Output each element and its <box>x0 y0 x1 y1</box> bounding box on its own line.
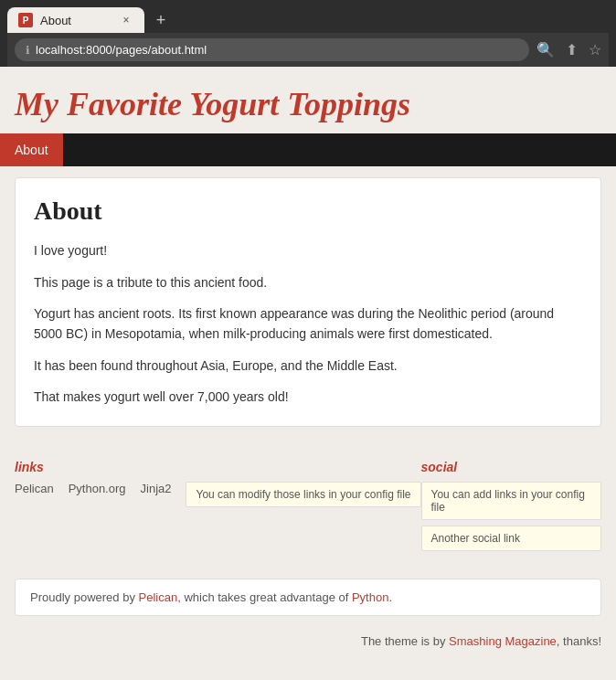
info-icon: ℹ <box>26 44 30 57</box>
footer-link-pelican[interactable]: Pelican <box>15 482 54 495</box>
site-title: My Favorite Yogurt Toppings <box>15 85 601 124</box>
bookmark-icon[interactable]: ☆ <box>589 41 601 58</box>
pelican-link[interactable]: Pelican <box>139 590 178 604</box>
attribution-prefix: The theme is by <box>361 634 449 648</box>
social-column: social You can add links in your config … <box>421 460 601 557</box>
content-para-5: That makes yogurt well over 7,000 years … <box>34 387 582 407</box>
content-para-2: This page is a tribute to this ancient f… <box>34 272 582 292</box>
tab-bar: P About × + <box>7 7 609 33</box>
content-para-3: Yogurt has ancient roots. Its first know… <box>34 303 582 345</box>
social-link-2[interactable]: Another social link <box>421 526 601 551</box>
attribution-suffix: , thanks! <box>557 634 601 648</box>
page-content: My Favorite Yogurt Toppings About About … <box>0 67 616 659</box>
links-column: links Pelican Python.org Jinja2 You can … <box>15 460 421 557</box>
site-header: My Favorite Yogurt Toppings <box>0 67 616 133</box>
svg-text:P: P <box>23 16 29 26</box>
search-icon[interactable]: 🔍 <box>536 41 555 58</box>
tab-title: About <box>40 14 112 27</box>
url-container[interactable]: ℹ localhost:8000/pages/about.html <box>15 38 529 61</box>
tab-close-button[interactable]: × <box>119 13 133 27</box>
footer-links-row: Pelican Python.org Jinja2 You can modify… <box>15 482 421 507</box>
address-actions: 🔍 ⬆ ☆ <box>536 41 601 58</box>
main-content: About I love yogurt! This page is a trib… <box>0 166 616 452</box>
content-card: About I love yogurt! This page is a trib… <box>15 177 601 426</box>
content-para-4: It has been found throughout Asia, Europ… <box>34 356 582 376</box>
footer-link-pythonorg[interactable]: Python.org <box>69 482 126 495</box>
python-link[interactable]: Python <box>352 590 388 604</box>
address-bar: ℹ localhost:8000/pages/about.html 🔍 ⬆ ☆ <box>7 33 609 67</box>
active-tab[interactable]: P About × <box>7 7 144 33</box>
social-link-1[interactable]: You can add links in your config file <box>421 482 601 520</box>
powered-by-prefix: Proudly powered by <box>30 590 139 604</box>
powered-by-middle: , which takes great advantage of <box>177 590 352 604</box>
links-section-title: links <box>15 460 421 474</box>
nav-bar: About <box>0 133 616 166</box>
social-section-title: social <box>421 460 601 474</box>
content-para-1: I love yogurt! <box>34 240 582 260</box>
footer-links-tooltip: You can modify those links in your confi… <box>186 482 420 507</box>
browser-chrome: P About × + ℹ localhost:8000/pages/about… <box>0 0 616 67</box>
powered-by-suffix: . <box>388 590 392 604</box>
attribution: The theme is by Smashing Magazine, thank… <box>0 623 616 659</box>
share-icon[interactable]: ⬆ <box>566 41 578 58</box>
bottom-footer: Proudly powered by Pelican, which takes … <box>15 579 601 616</box>
new-tab-button[interactable]: + <box>148 7 174 33</box>
content-heading: About <box>34 197 582 226</box>
nav-item-about[interactable]: About <box>0 133 63 166</box>
tab-favicon: P <box>18 13 33 27</box>
smashing-magazine-link[interactable]: Smashing Magazine <box>449 634 557 648</box>
url-text: localhost:8000/pages/about.html <box>36 43 518 57</box>
footer-links: links Pelican Python.org Jinja2 You can … <box>0 452 616 571</box>
footer-link-jinja2[interactable]: Jinja2 <box>141 482 172 495</box>
